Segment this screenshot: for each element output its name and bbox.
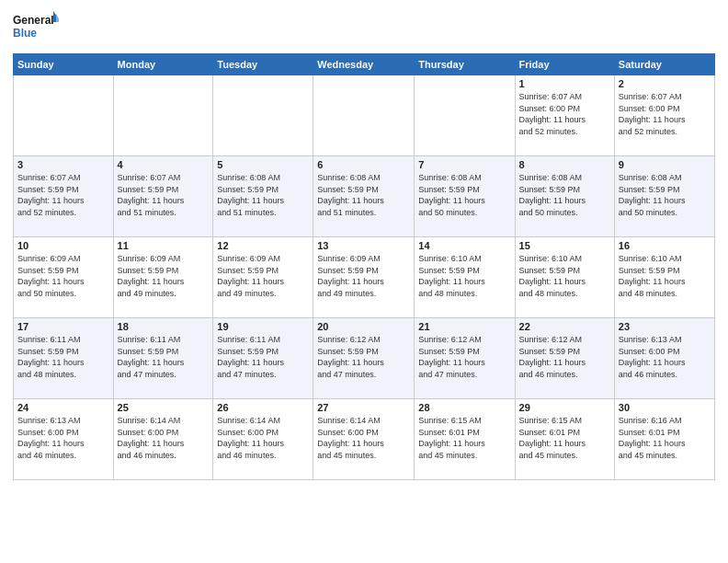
day-number: 3 — [17, 159, 109, 170]
calendar-cell: 21Sunrise: 6:12 AM Sunset: 5:59 PM Dayli… — [415, 318, 515, 399]
calendar-cell: 4Sunrise: 6:07 AM Sunset: 5:59 PM Daylig… — [113, 156, 213, 237]
day-info: Sunrise: 6:11 AM Sunset: 5:59 PM Dayligh… — [17, 334, 109, 380]
calendar-cell: 11Sunrise: 6:09 AM Sunset: 5:59 PM Dayli… — [113, 237, 213, 318]
calendar-cell: 27Sunrise: 6:14 AM Sunset: 6:00 PM Dayli… — [313, 399, 415, 480]
day-number: 26 — [217, 402, 309, 413]
day-info: Sunrise: 6:09 AM Sunset: 5:59 PM Dayligh… — [17, 253, 109, 299]
calendar-cell: 22Sunrise: 6:12 AM Sunset: 5:59 PM Dayli… — [515, 318, 614, 399]
week-row-3: 10Sunrise: 6:09 AM Sunset: 5:59 PM Dayli… — [14, 237, 715, 318]
day-info: Sunrise: 6:07 AM Sunset: 6:00 PM Dayligh… — [519, 91, 610, 137]
day-number: 22 — [519, 321, 610, 332]
calendar-cell — [313, 75, 415, 156]
calendar-cell: 18Sunrise: 6:11 AM Sunset: 5:59 PM Dayli… — [113, 318, 213, 399]
logo: General Blue — [13, 9, 59, 46]
calendar-cell: 24Sunrise: 6:13 AM Sunset: 6:00 PM Dayli… — [14, 399, 114, 480]
svg-text:General: General — [13, 14, 54, 27]
day-info: Sunrise: 6:08 AM Sunset: 5:59 PM Dayligh… — [418, 172, 510, 218]
day-number: 19 — [217, 321, 309, 332]
calendar-cell: 25Sunrise: 6:14 AM Sunset: 6:00 PM Dayli… — [113, 399, 213, 480]
calendar-cell — [14, 75, 114, 156]
day-number: 23 — [619, 321, 711, 332]
day-number: 11 — [118, 240, 210, 251]
day-info: Sunrise: 6:09 AM Sunset: 5:59 PM Dayligh… — [217, 253, 309, 299]
day-info: Sunrise: 6:10 AM Sunset: 5:59 PM Dayligh… — [418, 253, 510, 299]
day-info: Sunrise: 6:08 AM Sunset: 5:59 PM Dayligh… — [217, 172, 309, 218]
calendar-cell — [113, 75, 213, 156]
day-info: Sunrise: 6:13 AM Sunset: 6:00 PM Dayligh… — [619, 334, 711, 380]
day-number: 14 — [418, 240, 510, 251]
calendar-cell: 13Sunrise: 6:09 AM Sunset: 5:59 PM Dayli… — [313, 237, 415, 318]
calendar-table: SundayMondayTuesdayWednesdayThursdayFrid… — [13, 53, 715, 480]
day-number: 29 — [519, 402, 610, 413]
calendar-cell — [213, 75, 313, 156]
calendar-cell: 3Sunrise: 6:07 AM Sunset: 5:59 PM Daylig… — [14, 156, 114, 237]
calendar-cell: 8Sunrise: 6:08 AM Sunset: 5:59 PM Daylig… — [515, 156, 614, 237]
day-number: 13 — [317, 240, 410, 251]
calendar-cell: 19Sunrise: 6:11 AM Sunset: 5:59 PM Dayli… — [213, 318, 313, 399]
calendar-header: SundayMondayTuesdayWednesdayThursdayFrid… — [14, 54, 715, 75]
weekday-header-friday: Friday — [515, 54, 614, 75]
day-info: Sunrise: 6:10 AM Sunset: 5:59 PM Dayligh… — [619, 253, 711, 299]
calendar-cell — [415, 75, 515, 156]
header: General Blue — [13, 9, 715, 46]
day-number: 6 — [317, 159, 410, 170]
day-info: Sunrise: 6:15 AM Sunset: 6:01 PM Dayligh… — [519, 415, 610, 461]
day-info: Sunrise: 6:15 AM Sunset: 6:01 PM Dayligh… — [418, 415, 510, 461]
calendar-cell: 5Sunrise: 6:08 AM Sunset: 5:59 PM Daylig… — [213, 156, 313, 237]
day-info: Sunrise: 6:08 AM Sunset: 5:59 PM Dayligh… — [619, 172, 711, 218]
calendar-cell: 15Sunrise: 6:10 AM Sunset: 5:59 PM Dayli… — [515, 237, 614, 318]
day-info: Sunrise: 6:11 AM Sunset: 5:59 PM Dayligh… — [217, 334, 309, 380]
day-info: Sunrise: 6:14 AM Sunset: 6:00 PM Dayligh… — [317, 415, 410, 461]
day-info: Sunrise: 6:14 AM Sunset: 6:00 PM Dayligh… — [118, 415, 210, 461]
day-info: Sunrise: 6:13 AM Sunset: 6:00 PM Dayligh… — [17, 415, 109, 461]
calendar-cell: 7Sunrise: 6:08 AM Sunset: 5:59 PM Daylig… — [415, 156, 515, 237]
day-info: Sunrise: 6:12 AM Sunset: 5:59 PM Dayligh… — [317, 334, 410, 380]
calendar-cell: 9Sunrise: 6:08 AM Sunset: 5:59 PM Daylig… — [614, 156, 714, 237]
weekday-header-monday: Monday — [113, 54, 213, 75]
calendar-cell: 26Sunrise: 6:14 AM Sunset: 6:00 PM Dayli… — [213, 399, 313, 480]
day-info: Sunrise: 6:12 AM Sunset: 5:59 PM Dayligh… — [418, 334, 510, 380]
week-row-1: 1Sunrise: 6:07 AM Sunset: 6:00 PM Daylig… — [14, 75, 715, 156]
day-info: Sunrise: 6:07 AM Sunset: 5:59 PM Dayligh… — [118, 172, 210, 218]
day-number: 9 — [619, 159, 711, 170]
day-info: Sunrise: 6:10 AM Sunset: 5:59 PM Dayligh… — [519, 253, 610, 299]
day-number: 16 — [619, 240, 711, 251]
day-number: 21 — [418, 321, 510, 332]
week-row-4: 17Sunrise: 6:11 AM Sunset: 5:59 PM Dayli… — [14, 318, 715, 399]
svg-marker-3 — [56, 14, 59, 22]
calendar-cell: 12Sunrise: 6:09 AM Sunset: 5:59 PM Dayli… — [213, 237, 313, 318]
weekday-header-sunday: Sunday — [14, 54, 114, 75]
weekday-header-wednesday: Wednesday — [313, 54, 415, 75]
day-info: Sunrise: 6:11 AM Sunset: 5:59 PM Dayligh… — [118, 334, 210, 380]
calendar-cell: 28Sunrise: 6:15 AM Sunset: 6:01 PM Dayli… — [415, 399, 515, 480]
day-number: 25 — [118, 402, 210, 413]
day-info: Sunrise: 6:08 AM Sunset: 5:59 PM Dayligh… — [519, 172, 610, 218]
calendar-cell: 23Sunrise: 6:13 AM Sunset: 6:00 PM Dayli… — [614, 318, 714, 399]
day-info: Sunrise: 6:12 AM Sunset: 5:59 PM Dayligh… — [519, 334, 610, 380]
day-number: 15 — [519, 240, 610, 251]
day-info: Sunrise: 6:07 AM Sunset: 6:00 PM Dayligh… — [619, 91, 711, 137]
day-number: 7 — [418, 159, 510, 170]
svg-text:Blue: Blue — [13, 27, 37, 40]
day-number: 2 — [619, 78, 711, 89]
day-number: 5 — [217, 159, 309, 170]
day-info: Sunrise: 6:09 AM Sunset: 5:59 PM Dayligh… — [118, 253, 210, 299]
calendar-cell: 14Sunrise: 6:10 AM Sunset: 5:59 PM Dayli… — [415, 237, 515, 318]
day-info: Sunrise: 6:09 AM Sunset: 5:59 PM Dayligh… — [317, 253, 410, 299]
weekday-header-thursday: Thursday — [415, 54, 515, 75]
calendar-cell: 10Sunrise: 6:09 AM Sunset: 5:59 PM Dayli… — [14, 237, 114, 318]
day-number: 28 — [418, 402, 510, 413]
weekday-header-tuesday: Tuesday — [213, 54, 313, 75]
calendar-cell: 1Sunrise: 6:07 AM Sunset: 6:00 PM Daylig… — [515, 75, 614, 156]
calendar-cell: 30Sunrise: 6:16 AM Sunset: 6:01 PM Dayli… — [614, 399, 714, 480]
day-number: 12 — [217, 240, 309, 251]
weekday-row: SundayMondayTuesdayWednesdayThursdayFrid… — [14, 54, 715, 75]
calendar-cell: 20Sunrise: 6:12 AM Sunset: 5:59 PM Dayli… — [313, 318, 415, 399]
day-number: 1 — [519, 78, 610, 89]
day-info: Sunrise: 6:08 AM Sunset: 5:59 PM Dayligh… — [317, 172, 410, 218]
calendar-cell: 29Sunrise: 6:15 AM Sunset: 6:01 PM Dayli… — [515, 399, 614, 480]
day-info: Sunrise: 6:07 AM Sunset: 5:59 PM Dayligh… — [17, 172, 109, 218]
calendar-body: 1Sunrise: 6:07 AM Sunset: 6:00 PM Daylig… — [14, 75, 715, 480]
day-number: 20 — [317, 321, 410, 332]
day-info: Sunrise: 6:16 AM Sunset: 6:01 PM Dayligh… — [619, 415, 711, 461]
